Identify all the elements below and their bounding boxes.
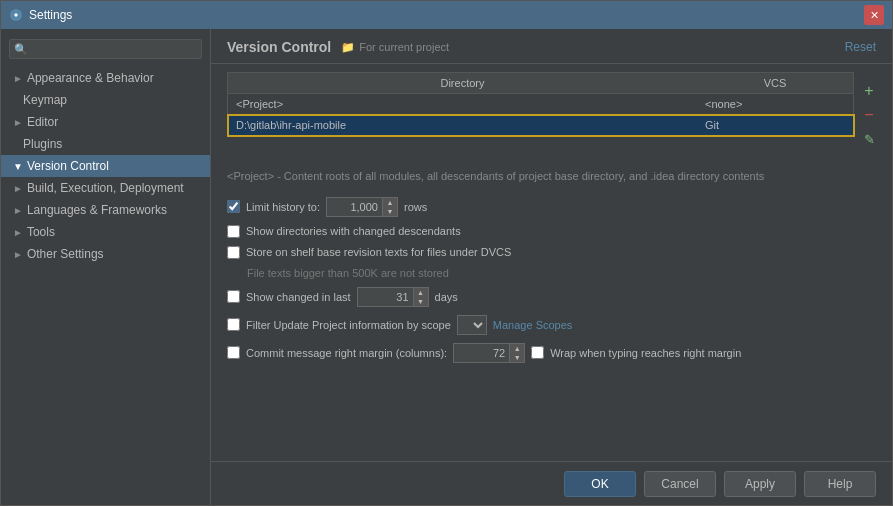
spinner-limit-history[interactable]: ▲ ▼ (326, 197, 398, 217)
note-file-texts: File texts bigger than 500K are not stor… (227, 263, 876, 283)
apply-button[interactable]: Apply (724, 471, 796, 497)
edit-vcs-button[interactable]: ✎ (858, 128, 880, 150)
sidebar-item-label: Version Control (27, 159, 109, 173)
spinner-up-margin[interactable]: ▲ (510, 344, 524, 353)
spinner-down-margin[interactable]: ▼ (510, 353, 524, 362)
label-commit-margin: Commit message right margin (columns): (246, 347, 447, 359)
title-bar: Settings ✕ (1, 1, 892, 29)
spinner-arrows-margin: ▲ ▼ (509, 344, 524, 362)
panel-title: Version Control (227, 39, 331, 55)
checkbox-commit-margin[interactable] (227, 346, 240, 359)
dir-cell: <Project> (228, 94, 698, 115)
search-box[interactable]: 🔍 (9, 39, 202, 59)
checkbox-show-directories[interactable] (227, 225, 240, 238)
checkbox-limit-history[interactable] (227, 200, 240, 213)
sidebar-item-label: Other Settings (27, 247, 104, 261)
sidebar-item-languages[interactable]: ► Languages & Frameworks (1, 199, 210, 221)
description-text: <Project> - Content roots of all modules… (227, 168, 876, 185)
label-show-directories: Show directories with changed descendant… (246, 225, 461, 237)
panel-subtitle-text: For current project (359, 41, 449, 53)
vcs-cell-active: Git (697, 115, 854, 136)
sidebar: 🔍 ► Appearance & Behavior Keymap ► Edito… (1, 29, 211, 505)
search-input[interactable] (9, 39, 202, 59)
cancel-button[interactable]: Cancel (644, 471, 716, 497)
expand-arrow: ► (13, 73, 23, 84)
sidebar-item-label: Keymap (23, 93, 67, 107)
sidebar-item-other[interactable]: ► Other Settings (1, 243, 210, 265)
expand-arrow: ► (13, 205, 23, 216)
sidebar-item-label: Plugins (23, 137, 62, 151)
sidebar-item-editor[interactable]: ► Editor (1, 111, 210, 133)
panel-subtitle: 📁 For current project (341, 41, 449, 54)
sidebar-item-label: Languages & Frameworks (27, 203, 167, 217)
manage-scopes-link[interactable]: Manage Scopes (493, 319, 573, 331)
sidebar-item-label: Appearance & Behavior (27, 71, 154, 85)
col-header-vcs: VCS (697, 73, 854, 94)
spinner-arrows-limit: ▲ ▼ (382, 198, 397, 216)
expand-arrow: ► (13, 183, 23, 194)
expand-arrow: ▼ (13, 161, 23, 172)
checkbox-show-changed[interactable] (227, 290, 240, 303)
input-limit-history[interactable] (327, 199, 382, 215)
panel-header: Version Control 📁 For current project Re… (211, 29, 892, 64)
label-wrap-margin: Wrap when typing reaches right margin (550, 347, 741, 359)
ok-button[interactable]: OK (564, 471, 636, 497)
dir-cell-active: D:\gitlab\ihr-api-mobile (228, 115, 698, 136)
table-row[interactable]: <Project> <none> (228, 94, 854, 115)
settings-dialog: Settings ✕ 🔍 ► Appearance & Behavior Key… (0, 0, 893, 506)
dialog-title: Settings (29, 8, 864, 22)
sidebar-item-label: Editor (27, 115, 58, 129)
checkbox-filter-update[interactable] (227, 318, 240, 331)
spinner-show-changed[interactable]: ▲ ▼ (357, 287, 429, 307)
reset-button[interactable]: Reset (845, 40, 876, 54)
help-button[interactable]: Help (804, 471, 876, 497)
table-wrapper: Directory VCS <Project> <none> D:\gitlab… (227, 72, 854, 136)
sidebar-item-keymap[interactable]: Keymap (1, 89, 210, 111)
checkbox-wrap-margin[interactable] (531, 346, 544, 359)
label-limit-history: Limit history to: (246, 201, 320, 213)
sidebar-item-plugins[interactable]: Plugins (1, 133, 210, 155)
spinner-commit-margin[interactable]: ▲ ▼ (453, 343, 525, 363)
description-area: <Project> - Content roots of all modules… (211, 162, 892, 189)
label-show-changed-before: Show changed in last (246, 291, 351, 303)
search-icon: 🔍 (14, 43, 28, 56)
spinner-up[interactable]: ▲ (383, 198, 397, 207)
spinner-up-changed[interactable]: ▲ (414, 288, 428, 297)
option-store-shelf: Store on shelf base revision texts for f… (227, 242, 876, 263)
spinner-arrows-changed: ▲ ▼ (413, 288, 428, 306)
sidebar-item-label: Build, Execution, Deployment (27, 181, 184, 195)
col-header-directory: Directory (228, 73, 698, 94)
remove-vcs-button[interactable]: − (858, 104, 880, 126)
folder-icon: 📁 (341, 41, 355, 54)
main-content: 🔍 ► Appearance & Behavior Keymap ► Edito… (1, 29, 892, 505)
sidebar-item-appearance[interactable]: ► Appearance & Behavior (1, 67, 210, 89)
vcs-table: Directory VCS <Project> <none> D:\gitlab… (227, 72, 854, 136)
table-actions: + − ✎ (854, 72, 884, 158)
spinner-down[interactable]: ▼ (383, 207, 397, 216)
sidebar-item-build[interactable]: ► Build, Execution, Deployment (1, 177, 210, 199)
checkbox-store-shelf[interactable] (227, 246, 240, 259)
close-button[interactable]: ✕ (864, 5, 884, 25)
expand-arrow: ► (13, 249, 23, 260)
label-rows: rows (404, 201, 427, 213)
option-commit-margin: Commit message right margin (columns): ▲… (227, 339, 876, 367)
scope-dropdown[interactable] (457, 315, 487, 335)
table-row-active[interactable]: D:\gitlab\ihr-api-mobile Git (228, 115, 854, 136)
option-filter-update: Filter Update Project information by sco… (227, 311, 876, 339)
expand-arrow: ► (13, 227, 23, 238)
add-vcs-button[interactable]: + (858, 80, 880, 102)
sidebar-item-version-control[interactable]: ▼ Version Control (1, 155, 210, 177)
input-commit-margin[interactable] (454, 345, 509, 361)
option-show-changed: Show changed in last ▲ ▼ days (227, 283, 876, 311)
spinner-down-changed[interactable]: ▼ (414, 297, 428, 306)
option-show-directories: Show directories with changed descendant… (227, 221, 876, 242)
sidebar-item-tools[interactable]: ► Tools (1, 221, 210, 243)
vcs-cell: <none> (697, 94, 854, 115)
label-file-texts-note: File texts bigger than 500K are not stor… (247, 267, 449, 279)
expand-arrow: ► (13, 117, 23, 128)
dialog-icon (9, 8, 23, 22)
label-store-shelf: Store on shelf base revision texts for f… (246, 246, 511, 258)
sidebar-item-label: Tools (27, 225, 55, 239)
option-limit-history: Limit history to: ▲ ▼ rows (227, 193, 876, 221)
input-show-changed[interactable] (358, 289, 413, 305)
